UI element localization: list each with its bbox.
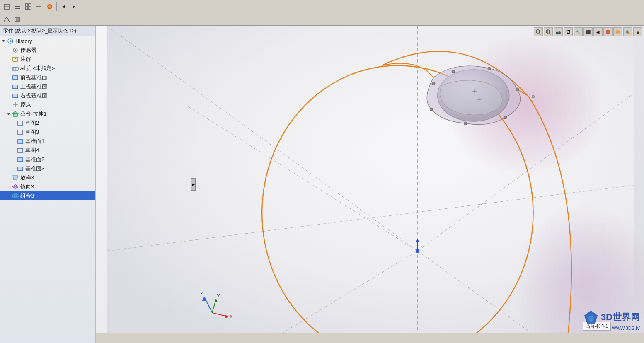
status-bar xyxy=(96,333,644,343)
label-material: 材质 <未指定> xyxy=(20,65,55,72)
svg-rect-26 xyxy=(13,76,18,80)
label-right-plane: 右视基准面 xyxy=(20,92,47,99)
svg-text:Z: Z xyxy=(200,291,203,296)
part-header: 零件 (默认<<默认>_显示状态 1>) xyxy=(0,26,95,36)
expand-arrow-history[interactable]: ▼ xyxy=(2,39,7,43)
svg-marker-32 xyxy=(13,111,18,113)
vp-btn-6[interactable]: ⬛ xyxy=(583,27,593,36)
toolbar-btn-prev[interactable]: ◀ xyxy=(58,2,68,12)
label-sketch4: 草图4 xyxy=(25,147,39,154)
svg-point-44 xyxy=(14,194,18,198)
toolbar-btn-1[interactable] xyxy=(2,2,12,12)
svg-text:A: A xyxy=(15,58,17,61)
vp-btn-3[interactable]: 📷 xyxy=(554,27,563,36)
icon-top-plane xyxy=(12,83,19,90)
label-boss-extrude1: 凸台-拉伸1 xyxy=(20,110,47,118)
svg-marker-41 xyxy=(12,185,15,188)
icon-base-plane3 xyxy=(17,165,24,172)
toolbar-separator-1 xyxy=(56,2,57,11)
icon-material xyxy=(12,65,19,72)
tree-item-base-plane2[interactable]: 基准面2 xyxy=(0,155,95,164)
svg-point-64 xyxy=(452,70,455,73)
toolbar-btn-3[interactable] xyxy=(23,2,33,12)
feature-tree-panel: 零件 (默认<<默认>_显示状态 1>) ▼History 传感器 A注解 材质… xyxy=(0,26,96,343)
toolbar-btn-4[interactable] xyxy=(34,2,44,12)
svg-line-48 xyxy=(549,33,551,34)
viewport-canvas[interactable]: Z X Y xyxy=(96,26,644,343)
svg-rect-37 xyxy=(18,158,23,162)
icon-sketch2 xyxy=(17,119,24,127)
svg-marker-39 xyxy=(13,176,18,180)
icon-origin xyxy=(12,101,19,109)
vp-btn-2[interactable] xyxy=(544,27,553,36)
tree-item-right-plane[interactable]: 右视基准面 xyxy=(0,91,95,100)
tree-item-material[interactable]: 材质 <未指定> xyxy=(0,64,95,73)
tree-item-sketch4[interactable]: 草图4 xyxy=(0,146,95,155)
tree-item-annotation[interactable]: A注解 xyxy=(0,55,95,64)
viewport[interactable]: 📷 🖼 🔧 ⬛ ◉ 🎨 🎭 🖥 xyxy=(96,26,644,343)
icon-front-plane xyxy=(12,74,19,81)
tree-item-base-plane3[interactable]: 基准面3 xyxy=(0,164,95,173)
watermark-brand-text: 3D世界网 xyxy=(601,311,640,324)
vp-btn-9[interactable]: 🎨 xyxy=(613,27,622,36)
icon-right-plane xyxy=(12,92,19,99)
icon-boss-extrude1 xyxy=(12,110,19,118)
svg-point-67 xyxy=(504,116,507,119)
svg-point-66 xyxy=(516,88,519,91)
vp-btn-1[interactable] xyxy=(534,27,543,36)
expand-arrow-boss-extrude1[interactable]: ▼ xyxy=(7,112,12,116)
tree-item-combine3[interactable]: 组合3 xyxy=(0,191,95,200)
tree-item-history[interactable]: ▼History xyxy=(0,36,95,46)
tree-item-mirror3[interactable]: 镜向3 xyxy=(0,182,95,191)
label-base-plane3: 基准面3 xyxy=(25,165,44,172)
vp-btn-7[interactable]: ◉ xyxy=(593,27,603,36)
tree-item-loft3[interactable]: 放样3 xyxy=(0,173,95,182)
tree-item-sketch2[interactable]: 草图2 xyxy=(0,118,95,128)
label-sketch3: 草图3 xyxy=(25,128,39,136)
s-btn-1[interactable] xyxy=(2,14,12,24)
svg-rect-27 xyxy=(13,85,18,89)
viewport-toolbar: 📷 🖼 🔧 ⬛ ◉ 🎨 🎭 🖥 xyxy=(534,27,642,36)
svg-rect-6 xyxy=(29,4,31,6)
toolbar-btn-5[interactable] xyxy=(45,2,55,12)
svg-point-70 xyxy=(432,82,435,85)
tree-item-boss-extrude1[interactable]: ▼凸台-拉伸1 xyxy=(0,109,95,118)
tree-item-sketch3[interactable]: 草图3 xyxy=(0,128,95,137)
label-mirror3: 镜向3 xyxy=(20,183,34,191)
svg-text:X: X xyxy=(230,314,232,319)
tree-item-base-plane1[interactable]: 基准面1 xyxy=(0,137,95,146)
tree-item-front-plane[interactable]: 前视基准面 xyxy=(0,73,95,82)
main-area: 零件 (默认<<默认>_显示状态 1>) ▼History 传感器 A注解 材质… xyxy=(0,26,644,343)
svg-rect-8 xyxy=(29,7,31,10)
s-sep-1 xyxy=(24,15,24,24)
tree-item-origin[interactable]: 原点 xyxy=(0,100,95,109)
watermark: 3D世界网 WWW.3DS.lV xyxy=(583,310,640,331)
vp-btn-4[interactable]: 🖼 xyxy=(564,27,573,36)
svg-line-46 xyxy=(539,33,541,34)
second-toolbar xyxy=(0,13,644,26)
svg-rect-33 xyxy=(18,121,23,125)
watermark-logo: 3D世界网 xyxy=(583,310,640,325)
tree-item-top-plane[interactable]: 上视基准面 xyxy=(0,82,95,91)
vp-btn-11[interactable]: 🖥 xyxy=(633,27,642,36)
vp-btn-10[interactable]: 🎭 xyxy=(623,27,632,36)
svg-text:Y: Y xyxy=(217,293,220,298)
s-btn-2[interactable] xyxy=(12,14,22,24)
tree-container: ▼History 传感器 A注解 材质 <未指定> 前视基准面 上视基准面 右视… xyxy=(0,36,95,200)
toolbar-btn-2[interactable] xyxy=(12,2,22,12)
svg-point-51 xyxy=(607,31,609,33)
svg-rect-2 xyxy=(15,5,20,5)
tree-item-sensor[interactable]: 传感器 xyxy=(0,46,95,55)
top-toolbar: ◀ ▶ xyxy=(0,0,644,13)
panel-collapse-handle[interactable]: ▶ xyxy=(191,178,196,191)
svg-rect-28 xyxy=(13,94,18,98)
vp-btn-5[interactable]: 🔧 xyxy=(574,27,583,36)
vp-btn-8[interactable] xyxy=(603,27,613,36)
watermark-diamond-icon xyxy=(583,310,598,325)
svg-rect-38 xyxy=(18,167,23,171)
svg-point-12 xyxy=(48,5,51,8)
toolbar-btn-next[interactable]: ▶ xyxy=(69,2,79,12)
label-base-plane1: 基准面1 xyxy=(25,138,44,145)
icon-loft3 xyxy=(12,174,19,181)
label-top-plane: 上视基准面 xyxy=(20,83,47,90)
